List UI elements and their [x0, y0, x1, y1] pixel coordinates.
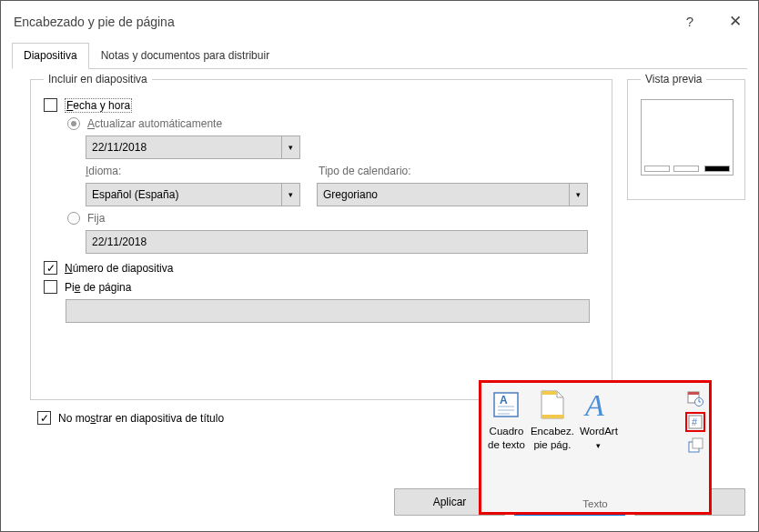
ribbon-group-label: Texto [481, 498, 709, 512]
auto-update-radio[interactable] [67, 117, 80, 130]
svg-rect-5 [541, 391, 557, 395]
preview-footer-placeholder [673, 166, 699, 172]
header-footer-button[interactable]: Encabez.pie pág. [528, 386, 577, 487]
dialog-body: Incluir en diapositiva Fecha y hora Actu… [1, 69, 758, 473]
svg-text:A: A [583, 388, 604, 421]
dont-show-on-title-row: No mostrar en diapositiva de título [37, 411, 224, 425]
calendar-type-select[interactable]: Gregoriano ▾ [317, 183, 588, 206]
dont-show-on-title-label: No mostrar en diapositiva de título [58, 412, 224, 425]
preview-legend: Vista previa [641, 73, 706, 85]
fixed-radio[interactable] [67, 212, 80, 225]
tab-notes-handouts[interactable]: Notas y documentos para distribuir [89, 43, 281, 69]
close-button[interactable]: ✕ [713, 4, 758, 40]
tab-slide[interactable]: Diapositiva [12, 43, 89, 69]
header-footer-dialog: Encabezado y pie de página ? ✕ Diapositi… [0, 0, 759, 532]
wordart-button[interactable]: A WordArt▾ [577, 386, 621, 487]
svg-rect-9 [688, 392, 699, 395]
slide-number-checkbox[interactable] [44, 261, 57, 275]
insert-date-time-button[interactable] [685, 388, 705, 408]
chevron-down-icon: ▾ [281, 136, 299, 158]
include-legend: Incluir en diapositiva [44, 73, 152, 85]
titlebar: Encabezado y pie de página ? ✕ [1, 1, 758, 42]
preview-number-placeholder [704, 166, 730, 172]
svg-rect-6 [541, 415, 563, 418]
ribbon-text-group-overlay: A Cuadrode texto Encabez.pie pág. A Word… [479, 380, 712, 515]
footer-label: Pie de página [65, 281, 131, 294]
fixed-date-input[interactable]: 22/11/2018 [86, 230, 588, 254]
footer-checkbox[interactable] [44, 280, 57, 294]
header-footer-icon [536, 388, 569, 421]
footer-text-input[interactable] [66, 299, 590, 323]
date-format-select[interactable]: 22/11/2018 ▾ [86, 136, 300, 159]
window-title: Encabezado y pie de página [14, 15, 667, 29]
include-on-slide-group: Incluir en diapositiva Fecha y hora Actu… [30, 73, 612, 400]
textbox-icon: A [490, 388, 522, 421]
preview-date-placeholder [644, 166, 670, 172]
preview-group: Vista previa [627, 73, 745, 200]
datetime-checkbox[interactable] [44, 98, 57, 112]
svg-text:#: # [692, 417, 698, 427]
svg-text:A: A [500, 394, 508, 407]
language-label: Idioma: [86, 165, 319, 177]
dont-show-on-title-checkbox[interactable] [37, 411, 51, 425]
insert-object-button[interactable] [685, 436, 705, 456]
preview-thumbnail [641, 99, 734, 176]
help-button[interactable]: ? [667, 4, 713, 40]
wordart-icon: A [582, 388, 615, 421]
chevron-down-icon: ▾ [569, 184, 587, 206]
chevron-down-icon: ▾ [281, 184, 299, 206]
svg-rect-16 [693, 438, 703, 448]
auto-update-label: Actualizar automáticamente [87, 117, 222, 130]
tab-strip: Diapositiva Notas y documentos para dist… [12, 42, 747, 69]
fixed-label: Fija [87, 212, 105, 225]
insert-slide-number-button[interactable]: # [685, 412, 705, 432]
calendar-type-label: Tipo de calendario: [319, 165, 411, 177]
datetime-label: Fecha y hora [65, 99, 132, 112]
chevron-down-icon: ▾ [596, 441, 601, 450]
language-select[interactable]: Español (España) ▾ [86, 183, 300, 206]
slide-number-label: Número de diapositiva [65, 262, 173, 275]
textbox-button[interactable]: A Cuadrode texto [485, 386, 528, 487]
